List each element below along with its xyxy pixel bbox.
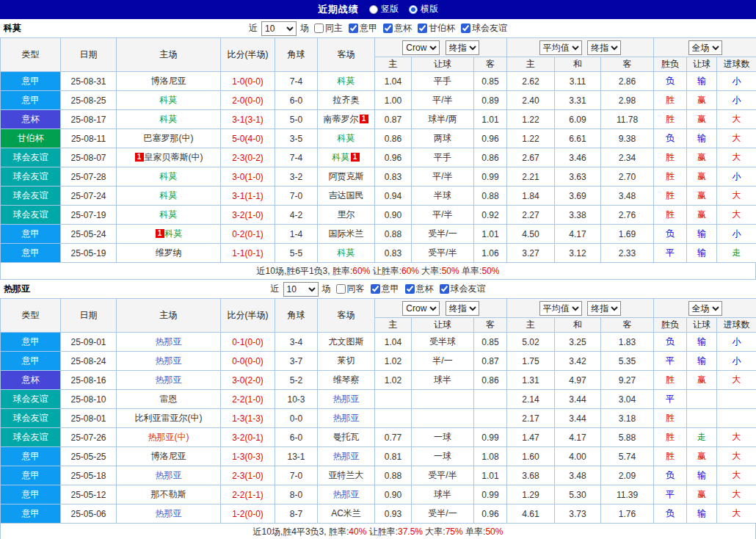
avg-away-cell: 1.69 [601,225,654,244]
away-team-cell[interactable]: 亚特兰大 [318,466,375,485]
away-team-cell[interactable]: 国际米兰 [318,225,375,244]
away-team-cell[interactable]: 科莫1 [318,148,375,167]
team-label: 热那亚 [333,394,360,404]
filter-checkbox-0[interactable]: 同主 [314,22,343,35]
date-cell: 25-07-26 [61,428,117,447]
home-team-cell[interactable]: 热那亚 [117,466,221,485]
home-team-cell[interactable]: 博洛尼亚 [117,72,221,91]
odds-stage-select[interactable]: 终指 [446,40,479,55]
layout-radio-1[interactable]: 横版 [409,3,438,15]
handicap-result-cell: 赢 [687,91,717,110]
avg-draw-cell: 3.44 [555,409,601,428]
away-team-cell[interactable]: 里尔 [318,206,375,225]
avg-source-select[interactable]: 平均值 [539,301,582,316]
home-team-cell[interactable]: 热那亚 [117,333,221,352]
scope-select[interactable]: 全场 [688,40,722,55]
results-table: 类型 日期 主场 比分(半场) 角球 客场 Crow 终指 平均值 终指 [0,298,756,524]
odds-away-cell: 1.06 [474,244,507,263]
team-label: 热那亚 [156,470,182,480]
home-team-cell[interactable]: 科莫 [117,110,221,129]
checkbox-input[interactable] [371,284,380,294]
checkbox-input[interactable] [349,23,358,33]
filter-checkbox-1[interactable]: 意甲 [371,283,399,295]
away-team-cell[interactable]: 科莫 [318,129,375,148]
scope-select[interactable]: 全场 [688,301,722,316]
away-team-cell[interactable]: 热那亚 [318,390,375,409]
away-team-cell[interactable]: 吉达国民 [318,187,375,206]
odds-home-cell: 0.88 [375,466,412,485]
home-team-cell[interactable]: 科莫 [117,91,221,110]
filter-checkbox-3[interactable]: 甘伯杯 [418,22,455,35]
home-team-cell[interactable]: 热那亚(中) [117,428,221,447]
avg-away-cell: 2.33 [601,244,654,263]
date-cell: 25-05-12 [61,485,117,504]
home-team-cell[interactable]: 比利亚雷亚尔(中) [117,409,221,428]
filter-checkbox-3[interactable]: 球会友谊 [440,283,486,295]
odds-company-select[interactable]: Crow [402,40,440,55]
away-team-cell[interactable]: 曼托瓦 [318,428,375,447]
home-team-cell[interactable]: 热那亚 [117,371,221,390]
filter-checkbox-2[interactable]: 意杯 [405,283,434,295]
checkbox-input[interactable] [418,23,427,33]
col-home: 主场 [117,38,221,72]
home-team-cell[interactable]: 维罗纳 [117,244,221,263]
team-label: 莱切 [338,355,355,366]
checkbox-input[interactable] [383,23,393,33]
summary-segment: 近10场,胜6平1负3, 胜率: [257,265,353,278]
away-team-cell[interactable]: 热那亚 [318,409,375,428]
odds-handicap-cell: 平/半 [412,91,474,110]
home-team-cell[interactable]: 科莫 [117,187,221,206]
team-label: 维罗纳 [156,247,182,258]
away-team-cell[interactable]: 科莫 [318,244,375,263]
away-team-cell[interactable]: 热那亚 [318,447,375,466]
team-label: 比利亚雷亚尔(中) [135,413,203,423]
away-team-cell[interactable]: 维琴察 [318,371,375,390]
checkbox-input[interactable] [405,284,415,294]
team-label: 尤文图斯 [329,336,364,347]
europe-avg-group-header: 平均值 终指 [507,38,654,57]
home-team-cell[interactable]: 博洛尼亚 [117,447,221,466]
away-team-cell[interactable]: 莱切 [318,352,375,371]
team-label: 雷恩 [160,394,178,404]
layout-radio-0[interactable]: 竖版 [369,3,399,15]
checkbox-input[interactable] [440,284,449,294]
filter-checkbox-4[interactable]: 球会友谊 [461,22,507,35]
match-count-select[interactable]: 10 [261,21,297,36]
league-cell: 意甲 [1,485,61,504]
checkbox-input[interactable] [336,284,346,294]
scope-group-header: 全场 [654,38,756,57]
away-team-cell[interactable]: 科莫 [318,72,375,91]
filter-checkbox-2[interactable]: 意杯 [383,22,412,35]
checkbox-input[interactable] [461,23,470,33]
home-team-cell[interactable]: 巴塞罗那(中) [117,129,221,148]
match-row: 意甲 25-08-31 博洛尼亚 1-0(0-0) 7-4 科莫 1.04 平手… [1,72,756,91]
home-team-cell[interactable]: 1皇家贝蒂斯(中) [117,148,221,167]
score-cell: 1-1(0-1) [221,244,275,263]
home-team-cell[interactable]: 科莫 [117,167,221,187]
home-team-cell[interactable]: 1科莫 [117,225,221,244]
filter-checkbox-0[interactable]: 同客 [336,283,365,295]
away-team-cell[interactable]: 热那亚 [318,485,375,504]
home-team-cell[interactable]: 雷恩 [117,390,221,409]
away-team-cell[interactable]: 南蒂罗尔1 [318,110,375,129]
avg-stage-select[interactable]: 终指 [587,40,621,55]
away-team-cell[interactable]: AC米兰 [318,504,375,524]
corners-cell: 3-5 [275,129,318,148]
corners-cell: 13-1 [275,447,318,466]
away-team-cell[interactable]: 拉齐奥 [318,91,375,110]
checkbox-input[interactable] [314,23,324,33]
home-team-cell[interactable]: 热那亚 [117,352,221,371]
odds-company-select[interactable]: Crow [402,301,440,316]
away-team-cell[interactable]: 阿贾克斯 [318,167,375,187]
avg-home-cell: 1.84 [507,187,555,206]
home-team-cell[interactable]: 热那亚 [117,504,221,524]
avg-source-select[interactable]: 平均值 [539,40,582,55]
filter-checkbox-1[interactable]: 意甲 [349,22,377,35]
home-team-cell[interactable]: 那不勒斯 [117,485,221,504]
date-cell: 25-08-01 [61,409,117,428]
avg-stage-select[interactable]: 终指 [587,301,621,316]
away-team-cell[interactable]: 尤文图斯 [318,333,375,352]
match-count-select[interactable]: 10 [283,282,319,297]
home-team-cell[interactable]: 科莫 [117,206,221,225]
odds-stage-select[interactable]: 终指 [446,301,479,316]
